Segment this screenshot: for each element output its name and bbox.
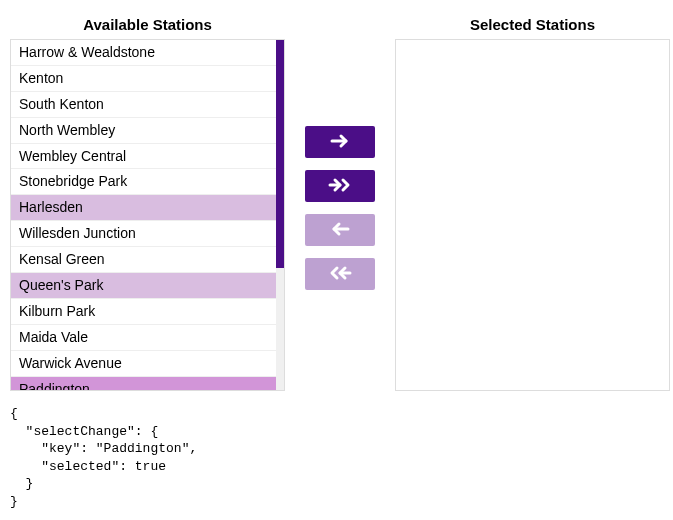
available-list: Harrow & WealdstoneKentonSouth KentonNor… — [11, 40, 276, 390]
list-item[interactable]: Willesden Junction — [11, 221, 276, 247]
list-item[interactable]: North Wembley — [11, 118, 276, 144]
move-left-button — [305, 214, 375, 246]
available-scrollbar[interactable] — [276, 40, 284, 390]
transfer-controls — [305, 126, 375, 290]
selected-list — [396, 40, 669, 390]
move-all-left-button — [305, 258, 375, 290]
list-item[interactable]: Maida Vale — [11, 325, 276, 351]
move-right-button[interactable] — [305, 126, 375, 158]
list-item[interactable]: Kilburn Park — [11, 299, 276, 325]
list-item[interactable]: Queen's Park — [11, 273, 276, 299]
list-item[interactable]: Kenton — [11, 66, 276, 92]
arrow-left-icon — [329, 221, 351, 240]
move-all-right-button[interactable] — [305, 170, 375, 202]
double-arrow-right-icon — [327, 177, 353, 196]
available-listbox[interactable]: Harrow & WealdstoneKentonSouth KentonNor… — [10, 39, 285, 391]
double-arrow-left-icon — [327, 265, 353, 284]
list-item[interactable]: Stonebridge Park — [11, 169, 276, 195]
list-item[interactable]: Harlesden — [11, 195, 276, 221]
list-item[interactable]: Warwick Avenue — [11, 351, 276, 377]
available-title: Available Stations — [10, 10, 285, 39]
available-panel: Available Stations Harrow & WealdstoneKe… — [10, 10, 285, 391]
list-item[interactable]: Paddington — [11, 377, 276, 390]
list-item[interactable]: Kensal Green — [11, 247, 276, 273]
arrow-right-icon — [329, 133, 351, 152]
selected-title: Selected Stations — [395, 10, 670, 39]
selected-panel: Selected Stations — [395, 10, 670, 391]
list-item[interactable]: Harrow & Wealdstone — [11, 40, 276, 66]
dual-list-container: Available Stations Harrow & WealdstoneKe… — [0, 0, 673, 401]
list-item[interactable]: South Kenton — [11, 92, 276, 118]
selected-listbox[interactable] — [395, 39, 670, 391]
list-item[interactable]: Wembley Central — [11, 144, 276, 170]
debug-output: { "selectChange": { "key": "Paddington",… — [0, 401, 673, 514]
available-scroll-thumb[interactable] — [276, 40, 284, 268]
